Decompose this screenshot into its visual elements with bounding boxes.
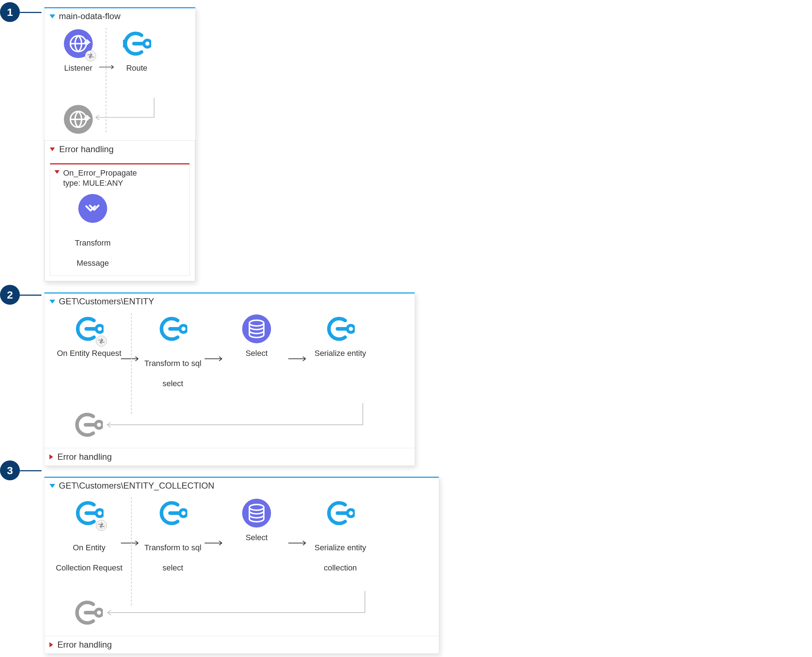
label-line: Serialize entity bbox=[314, 543, 366, 552]
bidirectional-icon bbox=[96, 335, 107, 347]
label-line: Transform to sql bbox=[144, 543, 201, 552]
chevron-down-icon bbox=[50, 14, 55, 19]
callout-badge-1: 1 bbox=[0, 2, 20, 22]
label-line: Transform to sql bbox=[144, 359, 201, 368]
error-handling-header[interactable]: Error handling bbox=[44, 448, 415, 466]
node-transform-sql[interactable]: Transform to sql select bbox=[133, 499, 212, 573]
node-label: Select bbox=[217, 532, 296, 543]
node-route[interactable]: Route bbox=[108, 29, 166, 73]
source-divider bbox=[131, 313, 132, 414]
callout-badge-3: 3 bbox=[0, 461, 20, 480]
on-error-propagate-box[interactable]: On_Error_Propagate type: MULE:ANY Transf… bbox=[50, 163, 190, 276]
callout-number: 3 bbox=[7, 464, 13, 477]
bidirectional-icon bbox=[96, 520, 107, 531]
error-handling-section[interactable]: Error handling On_Error_Propagate type: … bbox=[44, 140, 195, 281]
callout-line bbox=[20, 294, 42, 296]
label-line: select bbox=[162, 563, 183, 572]
node-label: Transform to sql select bbox=[133, 532, 212, 573]
label-line: On Entity bbox=[73, 543, 105, 552]
flow-panel-main[interactable]: main-odata-flow Listener Route bbox=[44, 7, 195, 282]
node-select[interactable]: Select bbox=[217, 499, 296, 543]
transform-icon bbox=[78, 194, 107, 223]
flow-panel-entity[interactable]: GET\Customers\ENTITY On Entity Request T… bbox=[44, 293, 415, 466]
node-label: Transform Message bbox=[57, 228, 129, 268]
source-divider bbox=[131, 497, 132, 606]
flow-header[interactable]: GET\Customers\ENTITY_COLLECTION bbox=[44, 478, 439, 494]
node-transform-message[interactable]: Transform Message bbox=[57, 194, 129, 268]
flow-title: GET\Customers\ENTITY_COLLECTION bbox=[59, 481, 214, 491]
label-line: collection bbox=[324, 563, 357, 572]
node-serialize-entity-collection[interactable]: Serialize entity collection bbox=[301, 499, 380, 573]
error-handling-header[interactable]: Error handling bbox=[44, 636, 439, 653]
node-label: Serialize entity collection bbox=[301, 532, 380, 573]
node-label: Serialize entity bbox=[301, 348, 380, 358]
node-label: Listener bbox=[50, 63, 107, 73]
connector-response-icon bbox=[74, 410, 103, 439]
on-error-header[interactable]: On_Error_Propagate type: MULE:ANY bbox=[50, 163, 189, 190]
connector-icon bbox=[326, 499, 355, 528]
flow-header[interactable]: GET\Customers\ENTITY bbox=[44, 294, 415, 310]
chevron-down-icon bbox=[55, 170, 59, 174]
flow-title: main-odata-flow bbox=[59, 11, 120, 21]
return-path bbox=[50, 591, 434, 631]
node-label: Route bbox=[108, 63, 166, 73]
node-label: On Entity Request bbox=[50, 348, 129, 358]
flow-header[interactable]: main-odata-flow bbox=[44, 8, 195, 24]
chevron-down-icon bbox=[50, 300, 55, 304]
connector-icon bbox=[326, 314, 355, 343]
node-transform-sql[interactable]: Transform to sql select bbox=[133, 314, 212, 389]
return-path bbox=[50, 403, 410, 443]
database-icon bbox=[242, 499, 271, 528]
callout-badge-2: 2 bbox=[0, 285, 20, 305]
on-error-type: type: MULE:ANY bbox=[63, 179, 123, 187]
callout-number: 1 bbox=[7, 6, 13, 19]
error-handling-label: Error handling bbox=[59, 144, 114, 154]
database-icon bbox=[242, 314, 271, 343]
callout-line bbox=[20, 470, 42, 471]
node-label: On Entity Collection Request bbox=[50, 532, 129, 573]
error-handling-header[interactable]: Error handling bbox=[45, 141, 195, 158]
callout-number: 2 bbox=[7, 289, 13, 301]
node-label: Select bbox=[217, 348, 296, 358]
node-listener[interactable]: Listener bbox=[50, 29, 107, 73]
error-handling-label: Error handling bbox=[58, 452, 112, 462]
error-handling-label: Error handling bbox=[58, 640, 112, 650]
node-select[interactable]: Select bbox=[217, 314, 296, 358]
connector-response-icon bbox=[74, 598, 103, 627]
connector-icon bbox=[122, 29, 151, 58]
bidirectional-icon bbox=[85, 50, 96, 62]
label-line: Collection Request bbox=[56, 563, 123, 572]
label-line: select bbox=[162, 379, 183, 388]
label-line: Message bbox=[77, 258, 109, 268]
flow-title: GET\Customers\ENTITY bbox=[59, 296, 154, 307]
chevron-down-icon bbox=[50, 148, 55, 151]
connector-icon bbox=[158, 314, 187, 343]
node-serialize-entity[interactable]: Serialize entity bbox=[301, 314, 380, 358]
chevron-right-icon bbox=[50, 455, 53, 459]
callout-line bbox=[20, 12, 42, 13]
node-on-entity-request[interactable]: On Entity Request bbox=[50, 314, 129, 358]
chevron-right-icon bbox=[50, 642, 53, 647]
chevron-down-icon bbox=[50, 484, 55, 488]
connector-icon bbox=[158, 499, 187, 528]
globe-response-icon bbox=[64, 105, 93, 134]
node-label: Transform to sql select bbox=[133, 348, 212, 389]
flow-panel-entity-collection[interactable]: GET\Customers\ENTITY_COLLECTION On Entit… bbox=[44, 477, 439, 654]
node-on-entity-collection-request[interactable]: On Entity Collection Request bbox=[50, 499, 129, 573]
on-error-title: On_Error_Propagate bbox=[63, 168, 137, 177]
label-line: Transform bbox=[75, 238, 111, 248]
